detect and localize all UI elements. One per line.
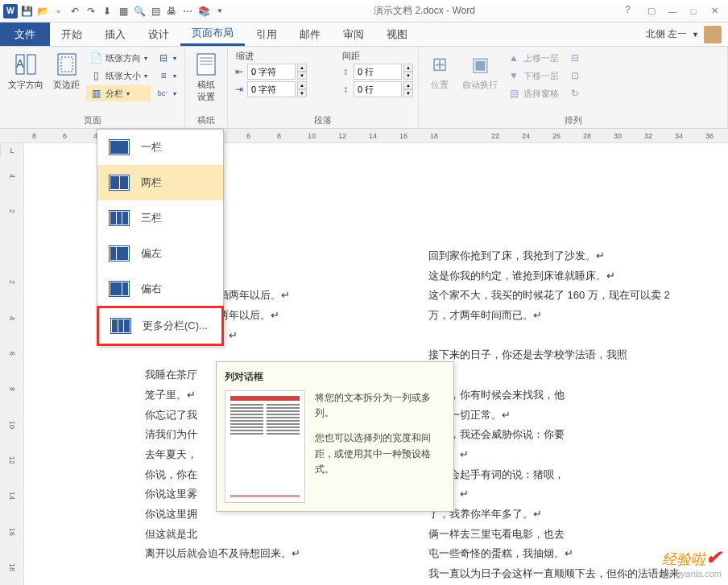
three-column-icon [109,210,130,226]
orientation-button[interactable]: 📄纸张方向▾ [86,50,151,66]
minimize-icon[interactable]: — [665,4,680,19]
user-dropdown-icon[interactable]: ▼ [692,31,699,39]
indent-right-icon: ⇥ [233,83,246,96]
svg-text:A: A [16,57,24,70]
qat-icon-3[interactable]: ⋯ [180,4,195,19]
paper-size-button[interactable]: ▯纸张大小▾ [86,68,151,84]
spin-up[interactable]: ▲ [403,81,413,89]
tooltip-para-2: 您也可以选择列的宽度和间距，或使用其中一种预设格式。 [315,431,445,477]
columns-button[interactable]: ▥分栏▾ [86,85,151,101]
spin-down[interactable]: ▼ [297,72,307,80]
save-icon[interactable]: 💾 [19,4,34,19]
two-column-icon [109,175,130,191]
help-icon[interactable]: ? [625,4,638,17]
one-column-icon [109,139,130,155]
new-icon[interactable]: ▫ [52,4,66,19]
selection-pane-button[interactable]: ▤选择窗格 [504,85,562,101]
wrap-text-button[interactable]: ▣ 自动换行 [459,50,501,93]
spacing-before-input[interactable] [354,64,402,80]
text-direction-button[interactable]: A 文字方向 [5,50,47,93]
indent-left-input[interactable] [247,64,296,80]
qat-icon-2[interactable]: ▤ [148,4,163,19]
left-column-icon [109,245,130,262]
breaks-icon: ⊟ [157,51,170,64]
svg-rect-4 [61,57,72,72]
position-button[interactable]: ⊞ 位置 [424,50,456,93]
print-icon[interactable]: 🖶 [164,4,179,19]
bring-forward-button[interactable]: ▲上移一层 [504,50,562,66]
rotate-icon: ↻ [569,87,581,100]
hyphenation-icon: bc⁻ [157,87,170,100]
save-as-icon[interactable]: ⬇ [100,4,114,19]
margins-button[interactable]: 页边距 [50,50,83,93]
align-button[interactable]: ⊟ [565,50,585,66]
columns-icon: ▥ [89,87,102,100]
columns-more[interactable]: 更多分栏(C)... [97,306,224,346]
tooltip-title: 列对话框 [225,370,445,384]
position-icon: ⊞ [427,51,453,77]
redo-icon[interactable]: ↷ [84,4,98,19]
spacing-before-icon: ↕ [339,65,352,78]
spin-down[interactable]: ▼ [403,89,413,97]
send-backward-button[interactable]: ▼下移一层 [504,68,562,84]
docs-icon[interactable]: 📚 [196,4,211,19]
columns-three[interactable]: 三栏 [97,200,223,236]
orientation-icon: 📄 [89,51,102,64]
indent-label: 缩进 [233,50,307,62]
tab-layout[interactable]: 页面布局 [180,23,245,46]
close-icon[interactable]: ✕ [707,4,722,19]
breaks-button[interactable]: ⊟▾ [154,50,180,66]
tab-design[interactable]: 设计 [137,23,180,46]
spin-down[interactable]: ▼ [403,72,413,80]
spin-up[interactable]: ▲ [403,64,413,72]
ruler-vertical[interactable]: 4224681012141618 [0,158,24,585]
qat-icon-1[interactable]: ▦ [116,4,130,19]
group-button[interactable]: ⊡ [565,68,585,84]
indent-right-input[interactable] [247,81,296,97]
columns-dropdown-menu: 一栏 两栏 三栏 偏左 偏右 更多分栏(C)... [97,129,224,346]
paper-settings-button[interactable]: 稿纸 设置 [190,50,222,105]
maximize-icon[interactable]: □ [686,4,701,19]
avatar[interactable] [704,26,722,43]
rotate-button[interactable]: ↻ [565,85,585,101]
send-backward-icon: ▼ [507,69,520,82]
spin-down[interactable]: ▼ [297,89,307,97]
tab-file[interactable]: 文件 [0,23,50,46]
tab-home[interactable]: 开始 [50,23,93,46]
spacing-after-input[interactable] [354,81,402,97]
document-column-2[interactable]: 回到家你抢到了床，我抢到了沙发。↵这是你我的约定，谁抢到床谁就睡床。↵这个家不大… [428,246,680,585]
columns-one[interactable]: 一栏 [97,130,223,165]
window-title: 演示文档 2.docx - Word [230,4,618,18]
qat-dropdown-icon[interactable]: ▼ [213,4,227,19]
line-numbers-button[interactable]: ≡▾ [154,68,180,84]
tab-view[interactable]: 视图 [375,23,419,46]
tab-review[interactable]: 审阅 [332,23,375,46]
tab-insert[interactable]: 插入 [93,23,137,46]
preview-icon[interactable]: 🔍 [132,4,147,19]
user-name[interactable]: 北侧 左一 [646,27,687,41]
line-numbers-icon: ≡ [157,69,170,82]
tab-references[interactable]: 引用 [245,23,288,46]
paper-settings-icon [193,51,219,77]
text-direction-icon: A [13,51,39,77]
right-column-icon [109,281,130,297]
bring-forward-icon: ▲ [507,51,520,64]
undo-icon[interactable]: ↶ [68,4,82,19]
spin-up[interactable]: ▲ [297,81,307,89]
open-icon[interactable]: 📂 [35,4,50,19]
group-label-page: 页面 [5,113,180,126]
ribbon-toggle-icon[interactable]: ▢ [644,4,659,19]
hyphenation-button[interactable]: bc⁻▾ [154,85,180,101]
group-label-arrange: 排列 [424,113,722,126]
ruler-corner[interactable]: L [0,142,24,159]
word-logo-icon: W [3,4,18,19]
selection-pane-icon: ▤ [507,87,520,100]
columns-two[interactable]: 两栏 [97,165,223,200]
columns-left[interactable]: 偏左 [97,236,223,271]
svg-rect-1 [27,55,35,74]
size-icon: ▯ [89,69,102,82]
more-columns-icon [110,318,131,334]
columns-right[interactable]: 偏右 [97,271,223,307]
tab-mail[interactable]: 邮件 [288,23,332,46]
spin-up[interactable]: ▲ [297,64,307,72]
